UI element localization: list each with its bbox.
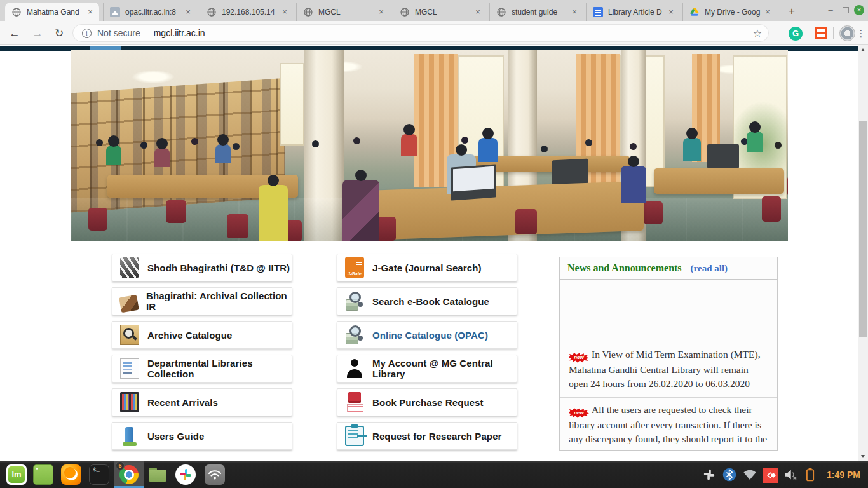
news-item: newIn View of Mid Term Examination (MTE)… bbox=[560, 280, 777, 398]
address-bar[interactable]: i Not secure mgcl.iitr.ac.in ☆ bbox=[72, 24, 769, 42]
docs-favicon bbox=[593, 7, 603, 17]
news-header: News and Announcements (read all) bbox=[560, 257, 777, 280]
file-manager-icon[interactable] bbox=[147, 464, 168, 485]
tab-title: Mahatma Gand bbox=[27, 8, 85, 17]
minimize-button[interactable]: – bbox=[825, 5, 836, 15]
thesis-icon bbox=[120, 257, 139, 278]
link-label: Bhagirathi: Archival Collection IR bbox=[146, 290, 292, 312]
tab-library-article[interactable]: Library Article D × bbox=[586, 3, 680, 21]
read-all-link[interactable]: (read all) bbox=[691, 263, 728, 274]
new-tab-button[interactable]: + bbox=[783, 3, 801, 20]
image-favicon bbox=[110, 7, 120, 17]
tab-mgcl-2[interactable]: MGCL × bbox=[393, 3, 487, 21]
link-shodh-bhagirathi[interactable]: Shodh Bhagirathi (T&D @ IITR) bbox=[112, 254, 292, 281]
tab-opac[interactable]: opac.iitr.ac.in:8 × bbox=[103, 3, 197, 21]
jgate-icon: J-Gate bbox=[345, 257, 364, 278]
tab-close-icon[interactable]: × bbox=[569, 7, 580, 17]
tab-title: MGCL bbox=[415, 8, 473, 17]
tab-title: My Drive - Goog bbox=[705, 8, 763, 17]
chrome-taskbar-button[interactable]: 6 bbox=[114, 461, 144, 488]
forward-button[interactable]: → bbox=[29, 25, 46, 42]
red-book-icon bbox=[345, 392, 364, 412]
tab-mgcl-1[interactable]: MGCL × bbox=[296, 3, 390, 21]
new-badge: new bbox=[569, 408, 589, 418]
anydesk-icon[interactable] bbox=[763, 468, 777, 482]
archive-search-icon bbox=[120, 325, 139, 345]
link-my-account[interactable]: My Account @ MG Central Library bbox=[337, 355, 517, 383]
tab-title: 192.168.105.14 bbox=[222, 8, 280, 17]
tab-close-icon[interactable]: × bbox=[763, 7, 773, 17]
bookmark-star-icon[interactable]: ☆ bbox=[753, 27, 762, 39]
tab-title: student guide bbox=[512, 8, 569, 17]
maximize-button[interactable] bbox=[841, 5, 850, 14]
link-jgate[interactable]: J-Gate J-Gate (Journal Search) bbox=[337, 254, 517, 281]
bluetooth-icon[interactable] bbox=[722, 468, 736, 482]
browser-toolbar: ← → ↻ i Not secure mgcl.iitr.ac.in ☆ G ⋮ bbox=[0, 21, 868, 45]
terminal-icon[interactable]: $_ bbox=[89, 464, 109, 485]
tab-my-drive[interactable]: My Drive - Goog × bbox=[682, 3, 776, 21]
reload-button[interactable]: ↻ bbox=[51, 25, 67, 42]
web-page: Shodh Bhagirathi (T&D @ IITR) Bhagirathi… bbox=[0, 45, 858, 461]
volume-muted-icon[interactable] bbox=[783, 468, 797, 482]
tab-mahatma-gandhi[interactable]: Mahatma Gand × bbox=[5, 3, 99, 21]
news-item: newAll the users are requested to check … bbox=[560, 398, 777, 450]
slack-tray-icon[interactable] bbox=[702, 468, 716, 482]
scrollbar-thumb[interactable] bbox=[859, 121, 867, 337]
divider bbox=[0, 459, 858, 459]
slack-icon[interactable] bbox=[175, 464, 196, 485]
battery-icon[interactable] bbox=[804, 468, 818, 482]
book-search-icon bbox=[345, 291, 364, 311]
link-departmental-libraries[interactable]: Departmental Libraries Collection bbox=[112, 355, 292, 383]
link-users-guide[interactable]: Users Guide bbox=[112, 422, 292, 450]
chrome-notification-badge: 6 bbox=[116, 461, 125, 470]
link-label: Shodh Bhagirathi (T&D @ IITR) bbox=[147, 262, 290, 273]
mint-menu-button[interactable]: lm bbox=[6, 464, 27, 485]
news-text: In View of Mid Term Examination (MTE), M… bbox=[569, 349, 761, 389]
browser-menu-icon[interactable]: ⋮ bbox=[856, 26, 866, 41]
link-opac[interactable]: Online Catalogue (OPAC) bbox=[337, 321, 517, 349]
url-text[interactable]: mgcl.iitr.ac.in bbox=[154, 28, 753, 38]
page-scrollbar[interactable] bbox=[858, 45, 868, 461]
info-icon[interactable]: i bbox=[82, 29, 92, 38]
link-label: My Account @ MG Central Library bbox=[372, 358, 517, 379]
tab-close-icon[interactable]: × bbox=[183, 7, 193, 17]
network-settings-icon[interactable] bbox=[205, 464, 225, 485]
news-text: All the users are requested to check the… bbox=[569, 404, 767, 444]
tab-title: MGCL bbox=[318, 8, 376, 17]
extension-icon[interactable] bbox=[815, 27, 827, 39]
person-icon bbox=[345, 358, 364, 379]
clipboard-icon bbox=[345, 426, 364, 446]
profile-avatar[interactable] bbox=[839, 25, 855, 41]
tab-close-icon[interactable]: × bbox=[280, 7, 290, 17]
link-ebook-catalogue[interactable]: Search e-Book Catalogue bbox=[337, 287, 517, 315]
grammarly-extension-icon[interactable]: G bbox=[789, 27, 803, 41]
taskbar-clock[interactable]: 1:49 PM bbox=[827, 470, 860, 480]
tab-student-guide[interactable]: student guide × bbox=[489, 3, 583, 21]
new-badge: new bbox=[569, 353, 589, 363]
kiosk-icon bbox=[120, 426, 139, 446]
tab-ip-address[interactable]: 192.168.105.14 × bbox=[200, 3, 294, 21]
link-bhagirathi-archival[interactable]: Bhagirathi: Archival Collection IR bbox=[112, 287, 292, 315]
divider bbox=[147, 28, 147, 38]
department-icon bbox=[120, 358, 139, 379]
globe-favicon bbox=[496, 7, 506, 17]
wifi-tray-icon[interactable] bbox=[743, 468, 757, 482]
tab-title: Library Article D bbox=[608, 8, 666, 17]
archive-box-icon bbox=[119, 295, 139, 313]
tab-close-icon[interactable]: × bbox=[85, 7, 95, 17]
link-recent-arrivals[interactable]: Recent Arrivals bbox=[112, 388, 292, 416]
link-book-purchase[interactable]: Book Purchase Request bbox=[337, 388, 517, 416]
tab-close-icon[interactable]: × bbox=[473, 7, 483, 17]
link-research-paper[interactable]: Request for Research Paper bbox=[337, 422, 517, 450]
tab-close-icon[interactable]: × bbox=[666, 7, 676, 17]
scroll-down-arrow[interactable] bbox=[858, 452, 868, 461]
system-tray: 1:49 PM bbox=[702, 461, 864, 488]
tab-strip: Mahatma Gand × opac.iitr.ac.in:8 × 192.1… bbox=[0, 0, 868, 21]
scroll-up-arrow[interactable] bbox=[858, 45, 868, 55]
link-archive-catalogue[interactable]: Archive Catalogue bbox=[112, 321, 292, 349]
window-close-button[interactable]: × bbox=[854, 5, 864, 15]
tab-close-icon[interactable]: × bbox=[376, 7, 386, 17]
firefox-icon[interactable] bbox=[61, 464, 81, 485]
show-desktop-button[interactable] bbox=[33, 464, 53, 485]
back-button[interactable]: ← bbox=[6, 25, 23, 42]
